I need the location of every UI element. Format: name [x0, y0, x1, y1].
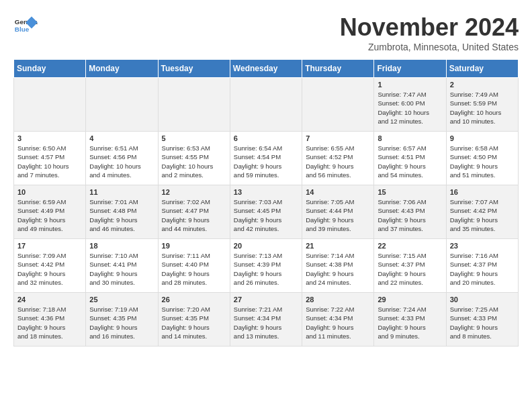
calendar-cell: 8Sunrise: 6:57 AM Sunset: 4:51 PM Daylig…	[374, 132, 446, 185]
calendar-cell: 27Sunrise: 7:21 AM Sunset: 4:34 PM Dayli…	[230, 293, 302, 347]
day-header-thursday: Thursday	[302, 60, 374, 78]
calendar-cell: 15Sunrise: 7:06 AM Sunset: 4:43 PM Dayli…	[374, 185, 446, 239]
calendar-cell: 24Sunrise: 7:18 AM Sunset: 4:36 PM Dayli…	[14, 293, 86, 347]
day-info: Sunrise: 7:20 AM Sunset: 4:35 PM Dayligh…	[162, 305, 226, 340]
day-number: 2	[450, 81, 515, 89]
week-row-3: 10Sunrise: 6:59 AM Sunset: 4:49 PM Dayli…	[14, 185, 519, 239]
calendar-cell	[86, 78, 158, 132]
calendar-cell: 22Sunrise: 7:15 AM Sunset: 4:37 PM Dayli…	[374, 239, 446, 293]
day-number: 10	[17, 188, 82, 196]
calendar-cell: 30Sunrise: 7:25 AM Sunset: 4:33 PM Dayli…	[446, 293, 518, 347]
calendar-cell: 9Sunrise: 6:58 AM Sunset: 4:50 PM Daylig…	[446, 132, 518, 185]
day-number: 21	[306, 242, 370, 250]
day-number: 5	[162, 134, 226, 142]
location-text: Zumbrota, Minnesota, United States	[340, 42, 519, 52]
day-info: Sunrise: 7:14 AM Sunset: 4:38 PM Dayligh…	[306, 251, 370, 287]
calendar-cell: 19Sunrise: 7:11 AM Sunset: 4:40 PM Dayli…	[158, 239, 230, 293]
calendar-cell: 20Sunrise: 7:13 AM Sunset: 4:39 PM Dayli…	[230, 239, 302, 293]
day-header-saturday: Saturday	[446, 60, 518, 78]
header-row: SundayMondayTuesdayWednesdayThursdayFrid…	[14, 60, 519, 78]
day-info: Sunrise: 6:57 AM Sunset: 4:51 PM Dayligh…	[378, 144, 442, 179]
day-info: Sunrise: 7:01 AM Sunset: 4:48 PM Dayligh…	[89, 197, 154, 233]
day-number: 30	[450, 295, 515, 304]
day-info: Sunrise: 7:49 AM Sunset: 5:59 PM Dayligh…	[450, 90, 515, 126]
day-info: Sunrise: 6:55 AM Sunset: 4:52 PM Dayligh…	[306, 144, 370, 179]
calendar-cell: 7Sunrise: 6:55 AM Sunset: 4:52 PM Daylig…	[302, 132, 374, 185]
day-number: 14	[306, 188, 370, 196]
day-number: 18	[89, 242, 154, 250]
day-number: 19	[162, 242, 226, 250]
calendar-cell: 25Sunrise: 7:19 AM Sunset: 4:35 PM Dayli…	[86, 293, 158, 347]
calendar-cell: 28Sunrise: 7:22 AM Sunset: 4:34 PM Dayli…	[302, 293, 374, 347]
day-header-sunday: Sunday	[14, 60, 86, 78]
day-number: 24	[17, 295, 82, 304]
calendar-table: SundayMondayTuesdayWednesdayThursdayFrid…	[13, 59, 519, 347]
day-info: Sunrise: 7:25 AM Sunset: 4:33 PM Dayligh…	[450, 305, 515, 340]
day-info: Sunrise: 6:51 AM Sunset: 4:56 PM Dayligh…	[89, 144, 154, 179]
day-info: Sunrise: 7:07 AM Sunset: 4:42 PM Dayligh…	[450, 197, 515, 233]
day-number: 16	[450, 188, 515, 196]
day-info: Sunrise: 7:10 AM Sunset: 4:41 PM Dayligh…	[89, 251, 154, 287]
day-info: Sunrise: 6:53 AM Sunset: 4:55 PM Dayligh…	[162, 144, 226, 179]
calendar-cell: 17Sunrise: 7:09 AM Sunset: 4:42 PM Dayli…	[14, 239, 86, 293]
calendar-cell: 14Sunrise: 7:05 AM Sunset: 4:44 PM Dayli…	[302, 185, 374, 239]
day-info: Sunrise: 6:59 AM Sunset: 4:49 PM Dayligh…	[17, 197, 82, 233]
day-number: 20	[234, 242, 298, 250]
day-info: Sunrise: 7:22 AM Sunset: 4:34 PM Dayligh…	[306, 305, 370, 340]
day-number: 1	[378, 81, 442, 89]
day-info: Sunrise: 7:05 AM Sunset: 4:44 PM Dayligh…	[306, 197, 370, 233]
day-number: 25	[89, 295, 154, 304]
calendar-cell: 3Sunrise: 6:50 AM Sunset: 4:57 PM Daylig…	[14, 132, 86, 185]
page-header: General Blue November 2024 Zumbrota, Min…	[13, 13, 519, 52]
calendar-cell: 26Sunrise: 7:20 AM Sunset: 4:35 PM Dayli…	[158, 293, 230, 347]
day-info: Sunrise: 7:13 AM Sunset: 4:39 PM Dayligh…	[234, 251, 298, 287]
calendar-cell: 1Sunrise: 7:47 AM Sunset: 6:00 PM Daylig…	[374, 78, 446, 132]
calendar-cell: 2Sunrise: 7:49 AM Sunset: 5:59 PM Daylig…	[446, 78, 518, 132]
day-number: 22	[378, 242, 442, 250]
day-number: 8	[378, 134, 442, 142]
day-number: 17	[17, 242, 82, 250]
week-row-5: 24Sunrise: 7:18 AM Sunset: 4:36 PM Dayli…	[14, 293, 519, 347]
week-row-2: 3Sunrise: 6:50 AM Sunset: 4:57 PM Daylig…	[14, 132, 519, 185]
day-info: Sunrise: 7:21 AM Sunset: 4:34 PM Dayligh…	[234, 305, 298, 340]
day-number: 9	[450, 134, 515, 142]
day-number: 15	[378, 188, 442, 196]
day-number: 26	[162, 295, 226, 304]
logo-icon: General Blue	[13, 13, 38, 38]
day-info: Sunrise: 7:16 AM Sunset: 4:37 PM Dayligh…	[450, 251, 515, 287]
day-number: 4	[89, 134, 154, 142]
day-info: Sunrise: 7:18 AM Sunset: 4:36 PM Dayligh…	[17, 305, 82, 340]
logo: General Blue	[13, 13, 38, 38]
day-number: 28	[306, 295, 370, 304]
day-info: Sunrise: 7:06 AM Sunset: 4:43 PM Dayligh…	[378, 197, 442, 233]
calendar-cell: 16Sunrise: 7:07 AM Sunset: 4:42 PM Dayli…	[446, 185, 518, 239]
calendar-cell	[14, 78, 86, 132]
day-header-tuesday: Tuesday	[158, 60, 230, 78]
day-info: Sunrise: 6:50 AM Sunset: 4:57 PM Dayligh…	[17, 144, 82, 179]
day-info: Sunrise: 7:47 AM Sunset: 6:00 PM Dayligh…	[378, 90, 442, 126]
calendar-cell	[230, 78, 302, 132]
day-info: Sunrise: 7:02 AM Sunset: 4:47 PM Dayligh…	[162, 197, 226, 233]
day-info: Sunrise: 7:11 AM Sunset: 4:40 PM Dayligh…	[162, 251, 226, 287]
calendar-cell: 4Sunrise: 6:51 AM Sunset: 4:56 PM Daylig…	[86, 132, 158, 185]
calendar-cell: 21Sunrise: 7:14 AM Sunset: 4:38 PM Dayli…	[302, 239, 374, 293]
calendar-cell: 6Sunrise: 6:54 AM Sunset: 4:54 PM Daylig…	[230, 132, 302, 185]
calendar-cell: 29Sunrise: 7:24 AM Sunset: 4:33 PM Dayli…	[374, 293, 446, 347]
svg-text:Blue: Blue	[15, 26, 30, 33]
day-header-monday: Monday	[86, 60, 158, 78]
calendar-cell	[302, 78, 374, 132]
calendar-cell: 11Sunrise: 7:01 AM Sunset: 4:48 PM Dayli…	[86, 185, 158, 239]
week-row-4: 17Sunrise: 7:09 AM Sunset: 4:42 PM Dayli…	[14, 239, 519, 293]
day-info: Sunrise: 7:03 AM Sunset: 4:45 PM Dayligh…	[234, 197, 298, 233]
day-info: Sunrise: 7:19 AM Sunset: 4:35 PM Dayligh…	[89, 305, 154, 340]
day-header-wednesday: Wednesday	[230, 60, 302, 78]
calendar-cell: 18Sunrise: 7:10 AM Sunset: 4:41 PM Dayli…	[86, 239, 158, 293]
week-row-1: 1Sunrise: 7:47 AM Sunset: 6:00 PM Daylig…	[14, 78, 519, 132]
month-title: November 2024	[340, 13, 519, 42]
title-block: November 2024 Zumbrota, Minnesota, Unite…	[340, 13, 519, 52]
calendar-cell: 23Sunrise: 7:16 AM Sunset: 4:37 PM Dayli…	[446, 239, 518, 293]
calendar-cell: 13Sunrise: 7:03 AM Sunset: 4:45 PM Dayli…	[230, 185, 302, 239]
day-info: Sunrise: 6:54 AM Sunset: 4:54 PM Dayligh…	[234, 144, 298, 179]
day-info: Sunrise: 7:24 AM Sunset: 4:33 PM Dayligh…	[378, 305, 442, 340]
day-info: Sunrise: 7:15 AM Sunset: 4:37 PM Dayligh…	[378, 251, 442, 287]
